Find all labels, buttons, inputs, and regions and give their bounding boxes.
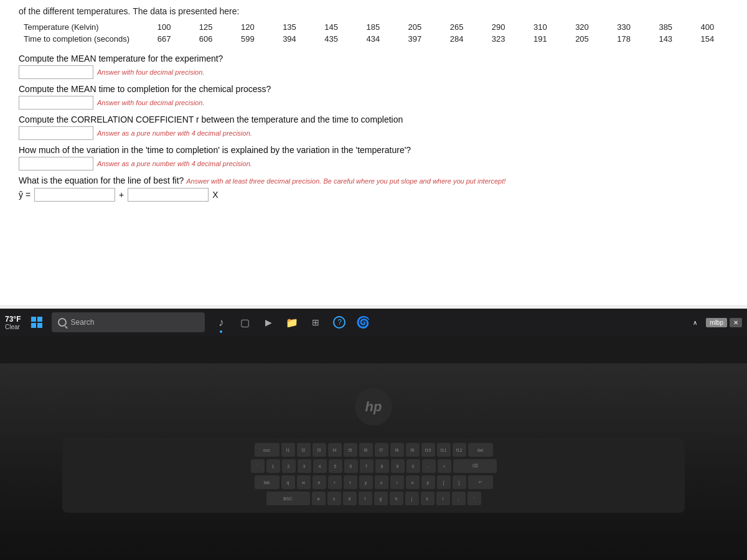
cell-r2-4: 435 bbox=[311, 33, 352, 45]
key-u[interactable]: u bbox=[375, 475, 388, 489]
x-label: X bbox=[212, 190, 218, 200]
key-bsc[interactable]: BSC bbox=[266, 492, 310, 505]
key-minus[interactable]: - bbox=[422, 459, 436, 473]
hp-logo: hp bbox=[355, 388, 392, 426]
key-f2[interactable]: f2 bbox=[297, 443, 311, 457]
q3-input[interactable] bbox=[19, 126, 93, 140]
q5-note: Answer with at least three decimal preci… bbox=[186, 177, 505, 185]
taskbar-icon-edge[interactable]: 🌀 bbox=[352, 311, 374, 334]
cell-r2-5: 434 bbox=[352, 33, 394, 45]
mlbp-button[interactable]: mlbp bbox=[706, 318, 727, 327]
key-a[interactable]: a bbox=[312, 492, 326, 505]
key-k[interactable]: k bbox=[421, 492, 435, 505]
taskbar-icons: ♪ ▢ ▶ 📁 ⊞ ? 🌀 bbox=[210, 311, 374, 334]
taskbar-icon-folder[interactable]: 📁 bbox=[281, 311, 303, 334]
key-7[interactable]: 7 bbox=[360, 459, 374, 473]
key-f1[interactable]: f1 bbox=[281, 443, 295, 457]
key-o[interactable]: o bbox=[406, 475, 420, 489]
taskbar-icon-monitor[interactable]: ▢ bbox=[233, 311, 256, 334]
key-g[interactable]: g bbox=[374, 492, 388, 505]
key-8[interactable]: 8 bbox=[375, 459, 389, 473]
key-row-3: tab q w e r t y u i o p [ ] ↵ bbox=[67, 475, 680, 489]
question-icon: ? bbox=[333, 316, 345, 329]
key-e[interactable]: e bbox=[312, 475, 326, 489]
key-0[interactable]: 0 bbox=[406, 459, 420, 473]
taskbar-icon-grid[interactable]: ⊞ bbox=[304, 311, 327, 334]
system-tray: ∧ mlbp ✕ bbox=[686, 314, 742, 331]
cell-r1-10: 320 bbox=[561, 21, 603, 33]
q4-input[interactable] bbox=[19, 157, 93, 170]
x-button[interactable]: ✕ bbox=[730, 318, 742, 327]
key-backspace[interactable]: ⌫ bbox=[453, 459, 497, 473]
q1-hint: Answer with four decimal precision. bbox=[97, 68, 204, 76]
edge-icon: 🌀 bbox=[356, 315, 370, 329]
key-equal[interactable]: = bbox=[438, 459, 451, 473]
key-del[interactable]: del bbox=[468, 443, 493, 457]
y-hat-label: ŷ = bbox=[19, 190, 31, 200]
laptop-body: hp esc f1 f2 f3 f4 f5 f6 f7 f8 f9 f10 f1… bbox=[0, 363, 747, 560]
key-f7[interactable]: f7 bbox=[375, 443, 388, 457]
intro-text: of the different temperatures. The data … bbox=[19, 6, 728, 16]
key-f10[interactable]: f10 bbox=[421, 443, 435, 457]
key-f3[interactable]: f3 bbox=[312, 443, 326, 457]
key-w[interactable]: w bbox=[297, 475, 311, 489]
key-f[interactable]: f bbox=[359, 492, 372, 505]
windows-icon-br bbox=[37, 323, 42, 328]
row1-label: Temperature (Kelvin) bbox=[19, 21, 143, 33]
key-i[interactable]: i bbox=[390, 475, 404, 489]
key-l[interactable]: l bbox=[436, 492, 450, 505]
key-s[interactable]: s bbox=[327, 492, 341, 505]
key-y[interactable]: y bbox=[359, 475, 373, 489]
cell-r1-12: 385 bbox=[645, 21, 687, 33]
key-r[interactable]: r bbox=[328, 475, 342, 489]
key-lbracket[interactable]: [ bbox=[437, 475, 451, 489]
key-f11[interactable]: f11 bbox=[437, 443, 451, 457]
key-6[interactable]: 6 bbox=[344, 459, 358, 473]
cell-r2-1: 606 bbox=[185, 33, 227, 45]
key-d[interactable]: d bbox=[343, 492, 357, 505]
monitor-icon: ▢ bbox=[240, 317, 250, 329]
hp-text: hp bbox=[365, 399, 382, 415]
key-4[interactable]: 4 bbox=[313, 459, 327, 473]
start-button[interactable] bbox=[26, 311, 48, 334]
key-9[interactable]: 9 bbox=[391, 459, 405, 473]
key-q[interactable]: q bbox=[281, 475, 295, 489]
key-f8[interactable]: f8 bbox=[390, 443, 404, 457]
key-5[interactable]: 5 bbox=[329, 459, 342, 473]
key-h[interactable]: h bbox=[390, 492, 403, 505]
key-tab[interactable]: tab bbox=[255, 475, 280, 489]
key-3[interactable]: 3 bbox=[298, 459, 311, 473]
key-semi[interactable]: ; bbox=[452, 492, 466, 505]
key-t[interactable]: t bbox=[344, 475, 357, 489]
taskbar-weather: 73°F Clear bbox=[5, 315, 21, 330]
q1-answer-row: Answer with four decimal precision. bbox=[19, 65, 728, 79]
key-tilde[interactable]: ` bbox=[251, 459, 265, 473]
key-2[interactable]: 2 bbox=[282, 459, 296, 473]
q2-text: Compute the MEAN time to completion for … bbox=[19, 84, 728, 94]
taskbar-icon-video[interactable]: ▶ bbox=[257, 311, 280, 334]
key-esc[interactable]: esc bbox=[255, 443, 280, 457]
key-1[interactable]: 1 bbox=[266, 459, 280, 473]
key-f4[interactable]: f4 bbox=[328, 443, 342, 457]
taskbar-icon-question[interactable]: ? bbox=[328, 311, 350, 334]
cell-r2-6: 397 bbox=[394, 33, 436, 45]
key-f12[interactable]: f12 bbox=[453, 443, 466, 457]
key-enter[interactable]: ↵ bbox=[468, 475, 493, 489]
key-j[interactable]: j bbox=[405, 492, 419, 505]
q1-input[interactable] bbox=[19, 65, 93, 79]
key-f9[interactable]: f9 bbox=[406, 443, 420, 457]
key-rbracket[interactable]: ] bbox=[453, 475, 466, 489]
taskbar-icon-music[interactable]: ♪ bbox=[210, 311, 232, 334]
key-quote[interactable]: ' bbox=[467, 492, 481, 505]
key-row-2: ` 1 2 3 4 5 6 7 8 9 0 - = ⌫ bbox=[67, 459, 680, 473]
q2-input[interactable] bbox=[19, 96, 93, 110]
key-p[interactable]: p bbox=[421, 475, 435, 489]
key-f6[interactable]: f6 bbox=[359, 443, 373, 457]
q3-hint: Answer as a pure number with 4 decimal p… bbox=[97, 129, 252, 137]
key-f5[interactable]: f5 bbox=[344, 443, 357, 457]
slope-input[interactable] bbox=[34, 188, 115, 202]
key-row-1: esc f1 f2 f3 f4 f5 f6 f7 f8 f9 f10 f11 f… bbox=[67, 443, 680, 457]
chevron-up-icon[interactable]: ∧ bbox=[686, 314, 703, 331]
search-bar[interactable]: Search bbox=[52, 312, 205, 332]
intercept-input[interactable] bbox=[128, 188, 209, 202]
